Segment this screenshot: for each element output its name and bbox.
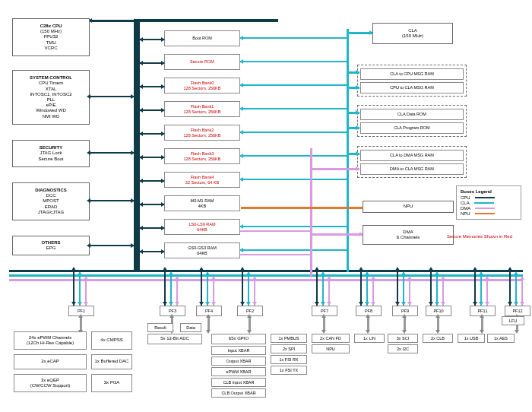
ecap-block: 2x eCAP — [14, 354, 87, 369]
lin-block: 1x LIN — [354, 334, 385, 343]
cla-program-rom: CLA Program ROM — [360, 122, 464, 134]
gpio-block: 65x GPIO — [211, 334, 266, 344]
cla-to-dma-msg-ram: CLA to DMA MSG RAM — [360, 150, 464, 161]
c28x-cpu-block: C28x CPU (150 MHz) FPU32 TMU VCRC — [12, 18, 90, 56]
data-label: Data — [180, 323, 201, 332]
mem-flash2: Flash Bank2 128 Sectors, 256KB — [164, 125, 240, 141]
canfd-block: 2x CAN FD — [312, 334, 350, 343]
secure-note: Secure Memories Shown in Red — [447, 234, 512, 239]
others-block: OTHERS EPG — [12, 236, 90, 255]
npu-periph: NPU — [312, 344, 350, 353]
clb-block: 2x CLB — [423, 334, 453, 343]
dma-block: DMA 6 Channels — [363, 225, 454, 245]
fsirx-block: 1x FSI RX — [271, 355, 307, 364]
cla-dma-msg-group: CLA to DMA MSG RAM DMA to CLA MSG RAM — [357, 146, 467, 178]
xbar-3: CLB Input XBAR — [211, 378, 266, 387]
system-control-block: SYSTEM CONTROL CPU Timers XTAL INTOSC1, … — [12, 70, 90, 125]
cla-block: CLA (150 MHz) — [372, 23, 453, 44]
dma-to-cla-msg-ram: DMA to CLA MSG RAM — [360, 163, 464, 175]
lfu-block: LFU — [502, 316, 524, 325]
aes-block: 1x AES — [487, 334, 515, 343]
usb-block: 1x USB — [458, 334, 485, 343]
legend-cla: CLA — [461, 201, 517, 205]
h-bus-cpu — [9, 270, 523, 272]
legend-dma: DMA — [461, 206, 517, 211]
mem-m0m1: M0-M1 RAM 4KB — [164, 195, 240, 211]
mem-flash4: Flash Bank4 32 Sectors, 64 KB — [164, 172, 240, 188]
dac-block: 1x Buffered DAC — [91, 354, 132, 369]
i2c-block: 2x I2C — [388, 344, 418, 353]
cla-rom-group: CLA Data ROM CLA Program ROM — [357, 105, 467, 137]
c28x-title: C28x CPU — [14, 24, 87, 29]
buses-legend: Buses Legend CPUCLADMANPU — [456, 185, 521, 220]
eqep-block: 3x eQEP (CW/CCW Support) — [14, 374, 87, 392]
mem-flash1: Flash Bank1 128 Sectors, 256KB — [164, 101, 240, 117]
diagnostics-block: DIAGNOSTICS DCC MPOST ERAD JTAG/cJTAG — [12, 182, 90, 220]
security-block: SECURITY JTAG Lock Secure Boot — [12, 140, 90, 167]
mem-flash3: Flash Bank3 128 Sectors, 256KB — [164, 148, 240, 164]
xbar-1: Output XBAR — [211, 357, 266, 366]
cpu-bus-top — [134, 19, 278, 22]
npu-bus — [241, 207, 363, 209]
result-label: Result — [147, 323, 173, 332]
epwm-block: 24x ePWM Channels (12Ch Hi-Res Capable) — [14, 331, 87, 350]
npu-block: NPU — [363, 201, 454, 213]
legend-cpu: CPU — [461, 195, 517, 200]
cpu-bus-to-cpu — [91, 20, 134, 22]
xbar-2: ePWM XBAR — [211, 367, 266, 376]
cpu-to-cla-msg-ram: CPU to CLA MSG RAM — [360, 82, 464, 93]
cla-cpu-msg-group: CLA to CPU MSG RAM CPU to CLA MSG RAM — [357, 65, 467, 97]
mem-ls0ls9: LS0-LS9 RAM 64KB — [164, 219, 240, 235]
spi-block: 2x SPI — [271, 344, 307, 353]
adc-block: 5x 12-Bit ADC — [147, 334, 202, 344]
legend-npu: NPU — [461, 211, 517, 216]
mem-flash0: Flash Bank0 128 Sectors, 256KB — [164, 78, 240, 93]
pmbus-block: 1x PMBUS — [271, 334, 307, 343]
xbar-4: CLB Output XBAR — [211, 388, 266, 398]
cla-data-rom: CLA Data ROM — [360, 109, 464, 120]
xbar-0: Input XBAR — [211, 346, 266, 355]
block-diagram: C28x CPU (150 MHz) FPU32 TMU VCRC SYSTEM… — [0, 0, 532, 412]
sci-block: 3x SCI — [388, 334, 418, 343]
mem-securerom: Secure ROM — [164, 54, 240, 70]
cla-to-cpu-msg-ram: CLA to CPU MSG RAM — [360, 68, 464, 80]
pga-block: 3x PGA — [91, 374, 132, 392]
mem-bootrom: Boot ROM — [164, 30, 240, 46]
fsitx-block: 1x FSI TX — [271, 366, 307, 375]
mem-gs0gs3: GS0-GS3 RAM 64KB — [164, 242, 240, 258]
cla-bus-vert — [347, 29, 349, 272]
cmpss-block: 4x CMPSS — [91, 331, 132, 350]
cpu-bus-vert — [134, 19, 140, 270]
